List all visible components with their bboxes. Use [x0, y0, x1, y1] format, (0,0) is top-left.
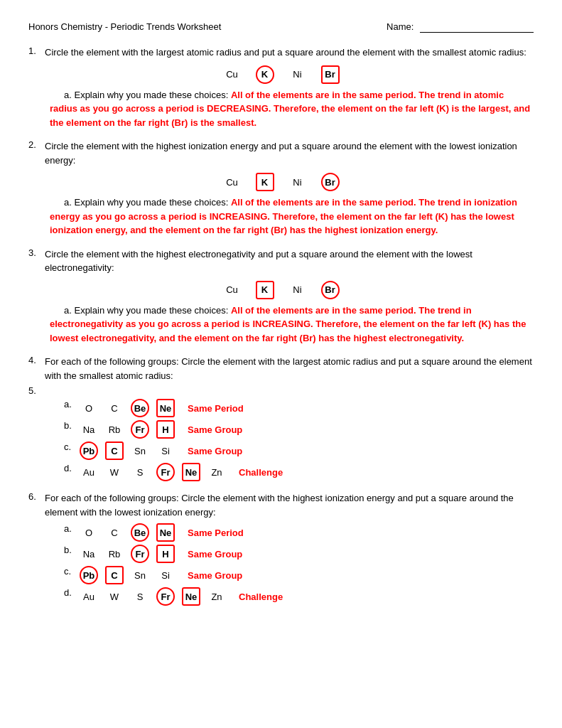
q3-number: 3. [28, 247, 41, 275]
q6d-label: d. [64, 587, 75, 606]
elem-pb-5c-circled: Pb [80, 441, 98, 460]
elem-c-5c-boxed: C [105, 441, 124, 460]
elem-br-q2-circled: Br [321, 173, 340, 191]
elem-be-5a-circled: Be [131, 399, 149, 417]
q2-elements: Cu K Ni Br [28, 173, 534, 191]
q5c-label: c. [64, 441, 75, 460]
elem-zn-5d: Zn [207, 463, 226, 481]
elem-ne-6a-boxed: Ne [156, 523, 175, 542]
elem-fr-6d-circled: Fr [156, 587, 175, 606]
elem-na-6b: Na [80, 545, 98, 563]
q1-text: Circle the element with the largest atom… [45, 46, 534, 60]
q6a-content: O C Be Ne Same Period [80, 523, 244, 542]
q6b-label: b. [64, 545, 75, 563]
q3-answer-label: a. [64, 305, 74, 316]
elem-ne-5d-boxed: Ne [182, 463, 200, 481]
elem-ni-q2: Ni [288, 173, 307, 191]
question-4: 4. For each of the following groups: Cir… [28, 355, 534, 382]
q5c-content: Pb C Sn Si Same Group [80, 441, 242, 460]
elem-cu-q3: Cu [223, 281, 242, 299]
q6c-content: Pb C Sn Si Same Group [80, 566, 242, 584]
q6-text: For each of the following groups: Circle… [45, 491, 534, 519]
q6d-tag: Challenge [239, 592, 283, 602]
elem-sn-5c: Sn [131, 441, 149, 460]
elem-cu-q2: Cu [223, 173, 242, 191]
q6b-content: Na Rb Fr H Same Group [80, 545, 242, 563]
elem-sn-6c: Sn [131, 566, 149, 584]
elem-k-q2-boxed: K [256, 173, 274, 191]
q5a-content: O C Be Ne Same Period [80, 399, 244, 417]
elem-fr-5d-circled: Fr [156, 463, 175, 481]
elem-si-6c: Si [156, 566, 175, 584]
q4-text: For each of the following groups: Circle… [45, 355, 534, 382]
elem-o-5a: O [80, 399, 98, 417]
q5b-label: b. [64, 420, 75, 439]
q5d-content: Au W S Fr Ne Zn Challenge [80, 463, 283, 481]
q5-item-a: a. O C Be Ne Same Period [64, 399, 534, 417]
q6-items: a. O C Be Ne Same Period b. Na Rb Fr H S… [50, 523, 534, 606]
q6-item-a: a. O C Be Ne Same Period [64, 523, 534, 542]
elem-o-6a: O [80, 523, 98, 542]
q2-text: Circle the element with the highest ioni… [45, 139, 534, 167]
q6-item-b: b. Na Rb Fr H Same Group [64, 545, 534, 563]
elem-ni-q3: Ni [288, 281, 307, 299]
question-3: 3. Circle the element with the highest e… [28, 247, 534, 346]
elem-pb-6c-circled: Pb [80, 566, 98, 584]
elem-c-6c-boxed: C [105, 566, 124, 584]
q5-items: a. O C Be Ne Same Period b. Na Rb Fr H S… [50, 399, 534, 481]
q2-answer-label: a. [64, 197, 74, 208]
q5a-label: a. [64, 399, 75, 417]
q5a-tag: Same Period [188, 403, 244, 414]
q3-text: Circle the element with the highest elec… [45, 247, 534, 275]
question-6: 6. For each of the following groups: Cir… [28, 491, 534, 606]
q6-number: 6. [28, 491, 41, 519]
q6-item-d: d. Au W S Fr Ne Zn Challenge [64, 587, 534, 606]
q4-number: 4. [28, 355, 41, 382]
elem-s-6d: S [131, 587, 149, 606]
elem-au-6d: Au [80, 587, 98, 606]
elem-cu-q1: Cu [223, 65, 242, 84]
elem-w-6d: W [105, 587, 124, 606]
elem-au-5d: Au [80, 463, 98, 481]
elem-br-q1-boxed: Br [321, 65, 340, 84]
elem-ne-5a-boxed: Ne [156, 399, 175, 417]
elem-rb-5b: Rb [105, 420, 124, 439]
elem-rb-6b: Rb [105, 545, 124, 563]
q3-elements: Cu K Ni Br [28, 281, 534, 299]
question-1: 1. Circle the element with the largest a… [28, 46, 534, 129]
q5d-label: d. [64, 463, 75, 481]
elem-h-6b-boxed: H [156, 545, 175, 563]
q6-item-c: c. Pb C Sn Si Same Group [64, 566, 534, 584]
q2-number: 2. [28, 139, 41, 167]
q3-answer-prefix: Explain why you made these choices: [74, 305, 230, 316]
q1-answer-prefix: Explain why you made these choices: [74, 90, 230, 100]
elem-zn-6d: Zn [207, 587, 226, 606]
q6a-label: a. [64, 523, 75, 542]
q1-number: 1. [28, 46, 41, 60]
q6a-tag: Same Period [188, 528, 244, 538]
elem-c-5a: C [105, 399, 124, 417]
page-header: Honors Chemistry - Periodic Trends Works… [28, 21, 534, 33]
elem-na-5b: Na [80, 420, 98, 439]
q5-item-d: d. Au W S Fr Ne Zn Challenge [64, 463, 534, 481]
q6c-tag: Same Group [188, 570, 242, 581]
name-line [420, 21, 534, 33]
elem-h-5b-boxed: H [156, 420, 175, 439]
q1-answer: a. Explain why you made these choices: A… [50, 88, 534, 130]
elem-w-5d: W [105, 463, 124, 481]
q5c-tag: Same Group [188, 446, 242, 456]
elem-br-q3-circled: Br [321, 281, 340, 299]
elem-k-q3-boxed: K [256, 281, 274, 299]
q5b-content: Na Rb Fr H Same Group [80, 420, 242, 439]
elem-si-5c: Si [156, 441, 175, 460]
q5-number: 5. [28, 385, 41, 396]
q5-item-c: c. Pb C Sn Si Same Group [64, 441, 534, 460]
elem-fr-6b-circled: Fr [131, 545, 149, 563]
elem-k-q1-circled: K [256, 65, 274, 84]
elem-ni-q1: Ni [288, 65, 307, 84]
worksheet-title: Honors Chemistry - Periodic Trends Works… [28, 21, 221, 33]
question-2: 2. Circle the element with the highest i… [28, 139, 534, 237]
elem-be-6a-circled: Be [131, 523, 149, 542]
q5d-tag: Challenge [239, 467, 283, 478]
q2-answer-prefix: Explain why you made these choices: [74, 197, 230, 208]
